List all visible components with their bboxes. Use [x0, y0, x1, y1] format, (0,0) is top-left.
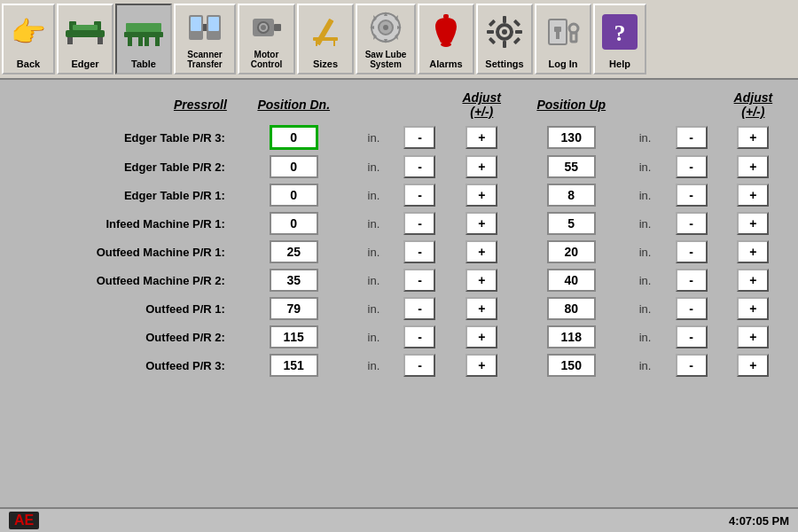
- minus-up-button[interactable]: -: [676, 297, 708, 320]
- plus-up-button[interactable]: +: [737, 240, 769, 263]
- plus-dn-button[interactable]: +: [466, 240, 497, 263]
- minus-dn-cell: -: [392, 351, 447, 379]
- plus-dn-button[interactable]: +: [466, 269, 497, 292]
- plus-dn-button[interactable]: +: [466, 126, 497, 149]
- unit-dn-header: [356, 87, 393, 122]
- minus-up-cell: -: [663, 238, 718, 266]
- minus-up-cell: -: [663, 209, 718, 238]
- minus-up-button[interactable]: -: [676, 212, 708, 235]
- plus-dn-button[interactable]: +: [466, 184, 497, 207]
- svg-rect-16: [203, 24, 207, 31]
- unit-dn: in.: [356, 351, 393, 379]
- plus-dn-cell: +: [448, 351, 516, 379]
- unit-up: in.: [627, 122, 664, 153]
- settings-icon: [483, 12, 526, 51]
- minus-up-cell: -: [663, 181, 718, 209]
- row-label: Outfeed P/R 2:: [11, 323, 232, 351]
- settings-button[interactable]: Settings: [476, 4, 533, 74]
- svg-rect-49: [554, 27, 561, 32]
- position-up-value: 130: [516, 122, 627, 153]
- minus-dn-button[interactable]: -: [403, 240, 435, 263]
- plus-up-cell: +: [719, 266, 787, 294]
- minus-dn-button[interactable]: -: [403, 155, 435, 178]
- minus-up-cell: -: [663, 153, 718, 181]
- saw-lube-button[interactable]: Saw Lube System: [356, 4, 416, 74]
- table-icon: [122, 12, 165, 51]
- pressroll-table: Pressroll Position Dn. Adjust (+/-) Posi…: [11, 87, 787, 379]
- unit-dn: in.: [356, 323, 393, 351]
- ae-logo: AE: [9, 512, 39, 529]
- minus-dn-button[interactable]: -: [403, 126, 435, 149]
- minus-up-cell: -: [663, 323, 718, 351]
- table-row: Edger Table P/R 2:0in.-+55in.-+: [11, 153, 787, 181]
- minus-up-button[interactable]: -: [676, 325, 708, 348]
- login-button[interactable]: Log In: [535, 4, 591, 74]
- minus-up-cell: -: [663, 122, 718, 153]
- adjust-up-plus-header: Adjust (+/-): [719, 87, 787, 122]
- position-dn-value: 0: [232, 181, 356, 209]
- plus-up-button[interactable]: +: [737, 269, 769, 292]
- plus-up-button[interactable]: +: [737, 212, 769, 235]
- saw-label: Saw Lube System: [365, 50, 407, 69]
- row-label: Edger Table P/R 3:: [11, 122, 232, 153]
- position-up-header: Position Up: [516, 87, 627, 122]
- plus-up-button[interactable]: +: [737, 126, 769, 149]
- svg-rect-47: [513, 37, 520, 44]
- alarms-icon: [425, 12, 467, 51]
- table-row: Outfeed Machine P/R 1:25in.-+20in.-+: [11, 238, 787, 266]
- sizes-button[interactable]: Sizes: [297, 4, 354, 74]
- saw-icon: [364, 8, 407, 47]
- minus-dn-button[interactable]: -: [403, 297, 435, 320]
- plus-up-button[interactable]: +: [737, 297, 769, 320]
- minus-up-button[interactable]: -: [676, 155, 708, 178]
- minus-dn-cell: -: [392, 153, 447, 181]
- row-label: Outfeed Machine P/R 2:: [11, 266, 232, 294]
- svg-rect-5: [73, 25, 98, 30]
- position-dn-value: 35: [232, 266, 356, 294]
- plus-dn-button[interactable]: +: [466, 155, 497, 178]
- minus-dn-cell: -: [392, 209, 447, 238]
- plus-dn-button[interactable]: +: [466, 297, 497, 320]
- minus-dn-button[interactable]: -: [403, 354, 435, 377]
- minus-up-button[interactable]: -: [676, 240, 708, 263]
- plus-up-button[interactable]: +: [737, 184, 769, 207]
- plus-up-cell: +: [719, 351, 787, 379]
- minus-dn-button[interactable]: -: [403, 184, 435, 207]
- plus-up-button[interactable]: +: [737, 354, 769, 377]
- minus-dn-button[interactable]: -: [403, 212, 435, 235]
- minus-up-button[interactable]: -: [676, 269, 708, 292]
- alarms-button[interactable]: Alarms: [418, 4, 474, 74]
- plus-up-button[interactable]: +: [737, 155, 769, 178]
- plus-dn-cell: +: [448, 238, 516, 266]
- table-button[interactable]: Table: [115, 4, 172, 74]
- help-button[interactable]: ? Help: [593, 4, 646, 74]
- unit-up: in.: [627, 181, 664, 209]
- back-button[interactable]: 👉 Back: [2, 4, 55, 74]
- plus-up-cell: +: [719, 153, 787, 181]
- minus-up-button[interactable]: -: [676, 354, 708, 377]
- plus-up-cell: +: [719, 181, 787, 209]
- edger-button[interactable]: Edger: [57, 4, 113, 74]
- help-label: Help: [609, 59, 630, 69]
- svg-rect-50: [556, 32, 559, 39]
- motor-control-button[interactable]: Motor Control: [238, 4, 295, 74]
- table-row: Infeed Machine P/R 1:0in.-+5in.-+: [11, 209, 787, 238]
- minus-up-button[interactable]: -: [676, 126, 708, 149]
- plus-dn-button[interactable]: +: [466, 325, 497, 348]
- scanner-label: Scanner Transfer: [187, 50, 222, 69]
- scanner-transfer-button[interactable]: Scanner Transfer: [174, 4, 236, 74]
- minus-up-button[interactable]: -: [676, 184, 708, 207]
- position-up-value: 40: [516, 266, 627, 294]
- plus-up-button[interactable]: +: [737, 325, 769, 348]
- position-up-value: 8: [516, 181, 627, 209]
- svg-rect-43: [515, 30, 522, 34]
- position-up-value: 150: [516, 351, 627, 379]
- plus-dn-button[interactable]: +: [466, 354, 497, 377]
- unit-up: in.: [627, 266, 664, 294]
- row-label: Outfeed P/R 1:: [11, 294, 232, 323]
- motor-label: Motor Control: [251, 50, 283, 69]
- minus-dn-button[interactable]: -: [403, 269, 435, 292]
- minus-dn-button[interactable]: -: [403, 325, 435, 348]
- statusbar: AE 4:07:05 PM: [0, 507, 798, 532]
- plus-dn-button[interactable]: +: [466, 212, 497, 235]
